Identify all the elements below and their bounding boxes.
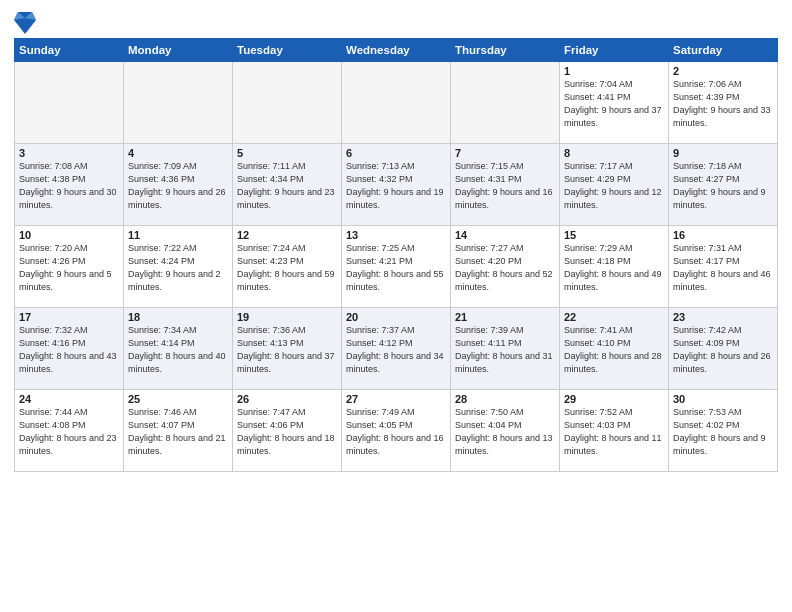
day-number: 2 [673,65,773,77]
header-monday: Monday [124,39,233,62]
calendar-cell: 30Sunrise: 7:53 AM Sunset: 4:02 PM Dayli… [669,390,778,472]
day-info: Sunrise: 7:39 AM Sunset: 4:11 PM Dayligh… [455,324,555,376]
calendar-cell: 14Sunrise: 7:27 AM Sunset: 4:20 PM Dayli… [451,226,560,308]
calendar-cell [124,62,233,144]
calendar-cell: 6Sunrise: 7:13 AM Sunset: 4:32 PM Daylig… [342,144,451,226]
day-number: 28 [455,393,555,405]
day-number: 5 [237,147,337,159]
day-number: 27 [346,393,446,405]
day-number: 4 [128,147,228,159]
calendar-cell: 11Sunrise: 7:22 AM Sunset: 4:24 PM Dayli… [124,226,233,308]
day-info: Sunrise: 7:41 AM Sunset: 4:10 PM Dayligh… [564,324,664,376]
page: Sunday Monday Tuesday Wednesday Thursday… [0,0,792,612]
day-info: Sunrise: 7:09 AM Sunset: 4:36 PM Dayligh… [128,160,228,212]
header-saturday: Saturday [669,39,778,62]
day-info: Sunrise: 7:42 AM Sunset: 4:09 PM Dayligh… [673,324,773,376]
weekday-header-row: Sunday Monday Tuesday Wednesday Thursday… [15,39,778,62]
logo-icon [14,10,32,32]
day-number: 9 [673,147,773,159]
calendar-cell: 20Sunrise: 7:37 AM Sunset: 4:12 PM Dayli… [342,308,451,390]
day-info: Sunrise: 7:47 AM Sunset: 4:06 PM Dayligh… [237,406,337,458]
day-number: 17 [19,311,119,323]
day-number: 18 [128,311,228,323]
calendar-cell [342,62,451,144]
day-info: Sunrise: 7:22 AM Sunset: 4:24 PM Dayligh… [128,242,228,294]
day-info: Sunrise: 7:36 AM Sunset: 4:13 PM Dayligh… [237,324,337,376]
calendar-cell: 15Sunrise: 7:29 AM Sunset: 4:18 PM Dayli… [560,226,669,308]
calendar-week-row: 1Sunrise: 7:04 AM Sunset: 4:41 PM Daylig… [15,62,778,144]
calendar-cell: 13Sunrise: 7:25 AM Sunset: 4:21 PM Dayli… [342,226,451,308]
calendar-cell: 4Sunrise: 7:09 AM Sunset: 4:36 PM Daylig… [124,144,233,226]
day-info: Sunrise: 7:08 AM Sunset: 4:38 PM Dayligh… [19,160,119,212]
day-number: 14 [455,229,555,241]
calendar-cell: 22Sunrise: 7:41 AM Sunset: 4:10 PM Dayli… [560,308,669,390]
day-info: Sunrise: 7:17 AM Sunset: 4:29 PM Dayligh… [564,160,664,212]
day-number: 11 [128,229,228,241]
day-number: 6 [346,147,446,159]
calendar-cell: 8Sunrise: 7:17 AM Sunset: 4:29 PM Daylig… [560,144,669,226]
header-tuesday: Tuesday [233,39,342,62]
day-info: Sunrise: 7:18 AM Sunset: 4:27 PM Dayligh… [673,160,773,212]
day-info: Sunrise: 7:04 AM Sunset: 4:41 PM Dayligh… [564,78,664,130]
calendar-cell: 19Sunrise: 7:36 AM Sunset: 4:13 PM Dayli… [233,308,342,390]
calendar-cell: 25Sunrise: 7:46 AM Sunset: 4:07 PM Dayli… [124,390,233,472]
day-number: 26 [237,393,337,405]
calendar-cell: 5Sunrise: 7:11 AM Sunset: 4:34 PM Daylig… [233,144,342,226]
day-number: 21 [455,311,555,323]
day-number: 12 [237,229,337,241]
calendar-cell: 29Sunrise: 7:52 AM Sunset: 4:03 PM Dayli… [560,390,669,472]
day-number: 3 [19,147,119,159]
calendar-cell: 17Sunrise: 7:32 AM Sunset: 4:16 PM Dayli… [15,308,124,390]
day-info: Sunrise: 7:15 AM Sunset: 4:31 PM Dayligh… [455,160,555,212]
day-info: Sunrise: 7:44 AM Sunset: 4:08 PM Dayligh… [19,406,119,458]
calendar-cell: 2Sunrise: 7:06 AM Sunset: 4:39 PM Daylig… [669,62,778,144]
day-info: Sunrise: 7:20 AM Sunset: 4:26 PM Dayligh… [19,242,119,294]
day-info: Sunrise: 7:46 AM Sunset: 4:07 PM Dayligh… [128,406,228,458]
calendar-cell: 7Sunrise: 7:15 AM Sunset: 4:31 PM Daylig… [451,144,560,226]
calendar-cell: 23Sunrise: 7:42 AM Sunset: 4:09 PM Dayli… [669,308,778,390]
day-info: Sunrise: 7:53 AM Sunset: 4:02 PM Dayligh… [673,406,773,458]
calendar-week-row: 10Sunrise: 7:20 AM Sunset: 4:26 PM Dayli… [15,226,778,308]
day-info: Sunrise: 7:31 AM Sunset: 4:17 PM Dayligh… [673,242,773,294]
day-info: Sunrise: 7:13 AM Sunset: 4:32 PM Dayligh… [346,160,446,212]
day-info: Sunrise: 7:52 AM Sunset: 4:03 PM Dayligh… [564,406,664,458]
day-number: 10 [19,229,119,241]
day-number: 15 [564,229,664,241]
day-number: 7 [455,147,555,159]
header-wednesday: Wednesday [342,39,451,62]
day-info: Sunrise: 7:34 AM Sunset: 4:14 PM Dayligh… [128,324,228,376]
day-number: 24 [19,393,119,405]
calendar-cell [233,62,342,144]
calendar-cell: 9Sunrise: 7:18 AM Sunset: 4:27 PM Daylig… [669,144,778,226]
day-info: Sunrise: 7:49 AM Sunset: 4:05 PM Dayligh… [346,406,446,458]
calendar-cell: 27Sunrise: 7:49 AM Sunset: 4:05 PM Dayli… [342,390,451,472]
header [14,10,778,32]
calendar-cell: 28Sunrise: 7:50 AM Sunset: 4:04 PM Dayli… [451,390,560,472]
day-number: 22 [564,311,664,323]
calendar-cell: 16Sunrise: 7:31 AM Sunset: 4:17 PM Dayli… [669,226,778,308]
day-number: 23 [673,311,773,323]
calendar-cell: 21Sunrise: 7:39 AM Sunset: 4:11 PM Dayli… [451,308,560,390]
calendar: Sunday Monday Tuesday Wednesday Thursday… [14,38,778,472]
day-number: 1 [564,65,664,77]
calendar-week-row: 3Sunrise: 7:08 AM Sunset: 4:38 PM Daylig… [15,144,778,226]
header-sunday: Sunday [15,39,124,62]
day-info: Sunrise: 7:37 AM Sunset: 4:12 PM Dayligh… [346,324,446,376]
day-info: Sunrise: 7:11 AM Sunset: 4:34 PM Dayligh… [237,160,337,212]
day-info: Sunrise: 7:25 AM Sunset: 4:21 PM Dayligh… [346,242,446,294]
calendar-cell: 24Sunrise: 7:44 AM Sunset: 4:08 PM Dayli… [15,390,124,472]
calendar-cell: 10Sunrise: 7:20 AM Sunset: 4:26 PM Dayli… [15,226,124,308]
day-number: 13 [346,229,446,241]
day-info: Sunrise: 7:32 AM Sunset: 4:16 PM Dayligh… [19,324,119,376]
day-info: Sunrise: 7:50 AM Sunset: 4:04 PM Dayligh… [455,406,555,458]
day-info: Sunrise: 7:24 AM Sunset: 4:23 PM Dayligh… [237,242,337,294]
day-number: 25 [128,393,228,405]
calendar-cell: 26Sunrise: 7:47 AM Sunset: 4:06 PM Dayli… [233,390,342,472]
day-info: Sunrise: 7:29 AM Sunset: 4:18 PM Dayligh… [564,242,664,294]
header-thursday: Thursday [451,39,560,62]
header-friday: Friday [560,39,669,62]
calendar-cell: 1Sunrise: 7:04 AM Sunset: 4:41 PM Daylig… [560,62,669,144]
calendar-week-row: 17Sunrise: 7:32 AM Sunset: 4:16 PM Dayli… [15,308,778,390]
calendar-cell [451,62,560,144]
day-number: 19 [237,311,337,323]
